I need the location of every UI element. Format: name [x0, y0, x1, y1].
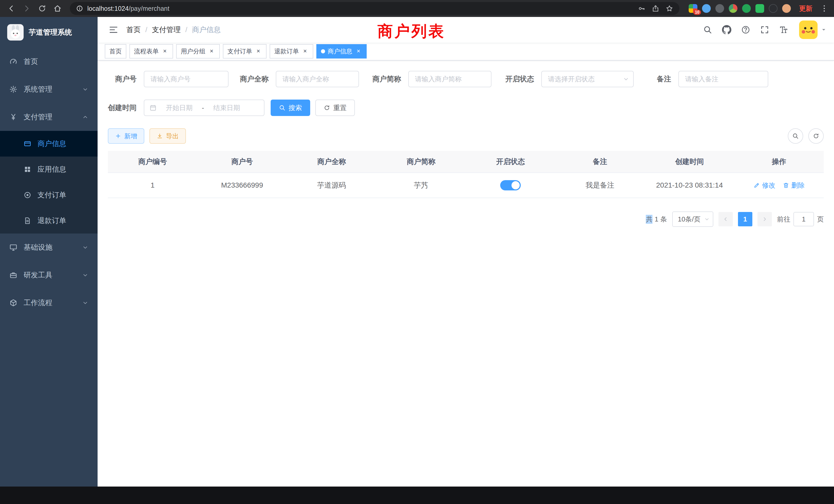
browser-update-button[interactable]: 更新: [799, 4, 812, 13]
extension-icon[interactable]: [716, 4, 724, 13]
add-button[interactable]: 新增: [108, 128, 144, 144]
app-logo-block[interactable]: 芋道管理系统: [0, 17, 97, 48]
caret-down-icon: [821, 27, 827, 33]
status-select[interactable]: 请选择开启状态: [541, 71, 634, 87]
edit-link[interactable]: 修改: [753, 181, 775, 190]
browser-menu-icon[interactable]: [820, 3, 829, 14]
sidebar-item-label: 商户信息: [38, 139, 66, 148]
export-button[interactable]: 导出: [150, 128, 186, 144]
extension-icon[interactable]: 10: [689, 4, 697, 13]
extension-icon[interactable]: [742, 4, 751, 13]
app-title: 芋道管理系统: [29, 27, 72, 37]
browser-reload-button[interactable]: [36, 2, 48, 15]
delete-link[interactable]: 删除: [783, 181, 805, 190]
extension-icon[interactable]: [769, 4, 777, 13]
fullscreen-icon[interactable]: [759, 24, 770, 36]
github-icon[interactable]: [721, 24, 732, 36]
refresh-table-button[interactable]: [808, 128, 824, 144]
delete-label: 删除: [791, 181, 805, 190]
extension-icon[interactable]: [755, 4, 764, 13]
remark-input[interactable]: [678, 71, 768, 87]
share-icon[interactable]: [652, 5, 659, 12]
tab-merchant-info[interactable]: 商户信息×: [316, 44, 367, 59]
tab-close-icon[interactable]: ×: [255, 48, 262, 55]
bookmark-star-icon[interactable]: [665, 5, 673, 12]
sidebar-item-payment[interactable]: 支付管理: [0, 103, 97, 131]
site-info-icon[interactable]: [76, 5, 83, 12]
tab-user-group[interactable]: 用户分组×: [176, 44, 220, 59]
user-menu[interactable]: [799, 21, 827, 39]
start-date-input[interactable]: [159, 104, 200, 112]
browser-forward-button[interactable]: [21, 2, 33, 15]
browser-back-button[interactable]: [5, 2, 18, 15]
cell-full-name: 芋道源码: [287, 180, 376, 190]
create-time-range-picker[interactable]: -: [144, 99, 264, 116]
next-page-button[interactable]: [758, 212, 772, 226]
sidebar-item-merchant-info[interactable]: 商户信息: [0, 131, 97, 157]
full-name-input[interactable]: [276, 71, 359, 87]
font-size-icon[interactable]: [778, 24, 789, 36]
cell-create-time: 2021-10-23 08:31:14: [645, 181, 734, 189]
end-date-input[interactable]: [206, 104, 247, 112]
profile-avatar-icon[interactable]: [782, 4, 791, 13]
total-prefix: 共: [646, 215, 653, 224]
breadcrumb-separator: /: [145, 26, 147, 34]
address-bar[interactable]: localhost:1024/pay/merchant: [70, 2, 679, 15]
cell-status: [466, 180, 555, 190]
yen-icon: [9, 113, 18, 121]
tab-close-icon[interactable]: ×: [302, 48, 309, 55]
page-size-select[interactable]: 10条/页: [672, 211, 713, 227]
extension-icon[interactable]: [729, 4, 738, 13]
toggle-search-button[interactable]: [788, 128, 803, 144]
sidebar-item-pay-order[interactable]: 支付订单: [0, 182, 97, 208]
navbar: 首页 / 支付管理 / 商户信息 商户列表: [97, 17, 834, 43]
table-toolbar: 新增 导出: [108, 128, 824, 144]
sidebar-item-refund-order[interactable]: 退款订单: [0, 208, 97, 233]
help-icon[interactable]: [740, 24, 751, 36]
table-row: 1 M233666999 芋道源码 芋艿 我是备注 2021-10-23 08:…: [108, 173, 824, 198]
tab-home[interactable]: 首页: [105, 44, 126, 59]
chevron-down-icon: [82, 272, 88, 278]
tab-process-form[interactable]: 流程表单×: [129, 44, 173, 59]
filter-row-2: 创建时间 - 搜索 重置: [108, 99, 824, 116]
column-header: 操作: [734, 157, 824, 166]
cell-short-name: 芋艿: [376, 180, 466, 190]
page-number-button[interactable]: 1: [738, 212, 752, 226]
sidebar: 芋道管理系统 首页 系统管理 支付管理 商户信息 应用信息: [0, 17, 97, 486]
merchant-no-input[interactable]: [144, 71, 228, 87]
header-search-icon[interactable]: [702, 24, 713, 36]
sidebar-item-home[interactable]: 首页: [0, 48, 97, 75]
tab-refund-order[interactable]: 退款订单×: [270, 44, 313, 59]
merchant-table: 商户编号 商户号 商户全称 商户简称 开启状态 备注 创建时间 操作 1 M23…: [108, 151, 824, 198]
date-separator: -: [202, 104, 204, 112]
sidebar-item-app-info[interactable]: 应用信息: [0, 157, 97, 182]
reset-button[interactable]: 重置: [315, 99, 355, 116]
tab-close-icon[interactable]: ×: [355, 48, 362, 55]
status-toggle[interactable]: [500, 180, 521, 190]
tab-label: 首页: [109, 47, 122, 55]
short-name-input[interactable]: [408, 71, 491, 87]
sidebar-item-dev-tools[interactable]: 研发工具: [0, 261, 97, 289]
tab-close-icon[interactable]: ×: [161, 48, 169, 55]
breadcrumb-home[interactable]: 首页: [126, 25, 141, 35]
browser-home-button[interactable]: [51, 2, 64, 15]
app-logo: [7, 24, 24, 41]
breadcrumb-payment[interactable]: 支付管理: [152, 25, 181, 35]
plus-icon: [115, 133, 121, 139]
short-name-label: 商户简称: [372, 74, 401, 84]
sidebar-item-infrastructure[interactable]: 基础设施: [0, 233, 97, 261]
goto-prefix: 前往: [777, 215, 790, 224]
prev-page-button[interactable]: [719, 212, 733, 226]
tab-close-icon[interactable]: ×: [208, 48, 215, 55]
goto-page-input[interactable]: [793, 212, 814, 226]
sidebar-item-workflow[interactable]: 工作流程: [0, 289, 97, 317]
tab-pay-order[interactable]: 支付订单×: [223, 44, 266, 59]
search-button[interactable]: 搜索: [271, 99, 310, 116]
cell-id: 1: [108, 181, 197, 189]
sidebar-item-system[interactable]: 系统管理: [0, 75, 97, 103]
password-key-icon[interactable]: [638, 5, 645, 12]
hamburger-icon[interactable]: [105, 21, 122, 39]
tab-label: 退款订单: [274, 47, 299, 55]
annotation-merchant-list: 商户列表: [377, 21, 445, 42]
extension-icon[interactable]: [702, 4, 711, 13]
